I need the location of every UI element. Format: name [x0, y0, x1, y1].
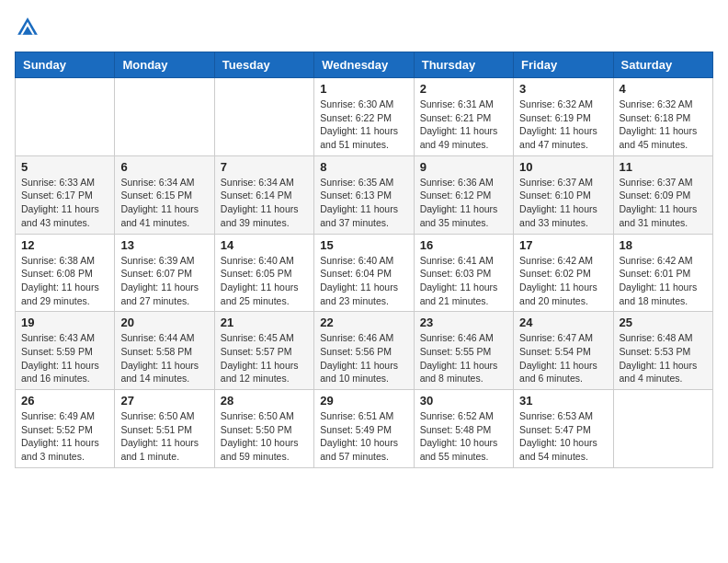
- calendar-cell: 20Sunrise: 6:44 AM Sunset: 5:58 PM Dayli…: [115, 312, 214, 390]
- day-info: Sunrise: 6:53 AM Sunset: 5:47 PM Dayligh…: [519, 409, 607, 464]
- day-info: Sunrise: 6:48 AM Sunset: 5:53 PM Dayligh…: [620, 331, 707, 385]
- day-number: 23: [420, 316, 507, 329]
- calendar-cell: 3Sunrise: 6:32 AM Sunset: 6:19 PM Daylig…: [514, 78, 613, 156]
- day-info: Sunrise: 6:42 AM Sunset: 6:02 PM Dayligh…: [519, 254, 607, 308]
- day-info: Sunrise: 6:36 AM Sunset: 6:12 PM Dayligh…: [420, 176, 507, 230]
- calendar-cell: 12Sunrise: 6:38 AM Sunset: 6:08 PM Dayli…: [16, 234, 115, 312]
- calendar-cell: 17Sunrise: 6:42 AM Sunset: 6:02 PM Dayli…: [514, 234, 613, 312]
- day-number: 4: [620, 82, 707, 96]
- calendar-cell: 2Sunrise: 6:31 AM Sunset: 6:21 PM Daylig…: [414, 78, 513, 156]
- day-info: Sunrise: 6:41 AM Sunset: 6:03 PM Dayligh…: [420, 254, 507, 308]
- calendar-cell: 28Sunrise: 6:50 AM Sunset: 5:50 PM Dayli…: [214, 390, 313, 468]
- day-info: Sunrise: 6:44 AM Sunset: 5:58 PM Dayligh…: [120, 331, 208, 385]
- calendar-cell: 1Sunrise: 6:30 AM Sunset: 6:22 PM Daylig…: [314, 78, 414, 156]
- day-info: Sunrise: 6:33 AM Sunset: 6:17 PM Dayligh…: [21, 176, 108, 230]
- day-number: 30: [420, 394, 507, 408]
- calendar-table: SundayMondayTuesdayWednesdayThursdayFrid…: [15, 52, 713, 468]
- calendar-cell: [613, 390, 712, 468]
- calendar-cell: 10Sunrise: 6:37 AM Sunset: 6:10 PM Dayli…: [514, 155, 613, 234]
- calendar-cell: 8Sunrise: 6:35 AM Sunset: 6:13 PM Daylig…: [314, 155, 414, 234]
- calendar-cell: 9Sunrise: 6:36 AM Sunset: 6:12 PM Daylig…: [414, 155, 513, 234]
- day-info: Sunrise: 6:39 AM Sunset: 6:07 PM Dayligh…: [120, 254, 208, 308]
- calendar-cell: 25Sunrise: 6:48 AM Sunset: 5:53 PM Dayli…: [613, 312, 712, 390]
- weekday-header: Sunday: [16, 52, 115, 78]
- calendar-cell: 13Sunrise: 6:39 AM Sunset: 6:07 PM Dayli…: [115, 234, 214, 312]
- day-info: Sunrise: 6:47 AM Sunset: 5:54 PM Dayligh…: [519, 331, 607, 385]
- day-info: Sunrise: 6:45 AM Sunset: 5:57 PM Dayligh…: [221, 331, 308, 385]
- day-number: 17: [519, 238, 607, 252]
- calendar-cell: 19Sunrise: 6:43 AM Sunset: 5:59 PM Dayli…: [16, 312, 115, 390]
- day-info: Sunrise: 6:40 AM Sunset: 6:04 PM Dayligh…: [320, 254, 407, 308]
- day-info: Sunrise: 6:49 AM Sunset: 5:52 PM Dayligh…: [21, 409, 108, 464]
- calendar-cell: [115, 78, 214, 156]
- calendar-cell: 16Sunrise: 6:41 AM Sunset: 6:03 PM Dayli…: [414, 234, 513, 312]
- day-info: Sunrise: 6:50 AM Sunset: 5:51 PM Dayligh…: [120, 409, 208, 464]
- weekday-header: Wednesday: [314, 52, 414, 78]
- day-number: 9: [420, 160, 507, 174]
- day-number: 28: [221, 394, 308, 408]
- day-number: 27: [120, 394, 208, 408]
- day-number: 26: [21, 394, 108, 408]
- weekday-header: Thursday: [414, 52, 513, 78]
- day-number: 1: [320, 82, 407, 96]
- calendar-header-row: SundayMondayTuesdayWednesdayThursdayFrid…: [16, 52, 713, 78]
- day-number: 6: [120, 160, 208, 174]
- calendar-cell: 18Sunrise: 6:42 AM Sunset: 6:01 PM Dayli…: [613, 234, 712, 312]
- calendar-week-row: 26Sunrise: 6:49 AM Sunset: 5:52 PM Dayli…: [16, 390, 713, 468]
- day-number: 29: [320, 394, 407, 408]
- day-number: 22: [320, 316, 407, 329]
- day-number: 31: [519, 394, 607, 408]
- calendar-cell: 22Sunrise: 6:46 AM Sunset: 5:56 PM Dayli…: [314, 312, 414, 390]
- calendar-cell: 29Sunrise: 6:51 AM Sunset: 5:49 PM Dayli…: [314, 390, 414, 468]
- day-number: 8: [320, 160, 407, 174]
- calendar-week-row: 12Sunrise: 6:38 AM Sunset: 6:08 PM Dayli…: [16, 234, 713, 312]
- calendar-cell: 31Sunrise: 6:53 AM Sunset: 5:47 PM Dayli…: [514, 390, 613, 468]
- logo-icon: [15, 15, 40, 40]
- calendar-cell: 24Sunrise: 6:47 AM Sunset: 5:54 PM Dayli…: [514, 312, 613, 390]
- weekday-header: Friday: [514, 52, 613, 78]
- day-number: 15: [320, 238, 407, 252]
- day-number: 19: [21, 316, 108, 329]
- day-info: Sunrise: 6:40 AM Sunset: 6:05 PM Dayligh…: [221, 254, 308, 308]
- day-number: 11: [620, 160, 707, 174]
- calendar-week-row: 5Sunrise: 6:33 AM Sunset: 6:17 PM Daylig…: [16, 155, 713, 234]
- calendar-cell: 15Sunrise: 6:40 AM Sunset: 6:04 PM Dayli…: [314, 234, 414, 312]
- calendar-cell: 6Sunrise: 6:34 AM Sunset: 6:15 PM Daylig…: [115, 155, 214, 234]
- calendar-cell: 11Sunrise: 6:37 AM Sunset: 6:09 PM Dayli…: [613, 155, 712, 234]
- calendar-week-row: 1Sunrise: 6:30 AM Sunset: 6:22 PM Daylig…: [16, 78, 713, 156]
- day-info: Sunrise: 6:37 AM Sunset: 6:10 PM Dayligh…: [519, 176, 607, 230]
- day-number: 16: [420, 238, 507, 252]
- day-info: Sunrise: 6:35 AM Sunset: 6:13 PM Dayligh…: [320, 176, 407, 230]
- day-info: Sunrise: 6:50 AM Sunset: 5:50 PM Dayligh…: [221, 409, 308, 464]
- weekday-header: Monday: [115, 52, 214, 78]
- calendar-cell: 5Sunrise: 6:33 AM Sunset: 6:17 PM Daylig…: [16, 155, 115, 234]
- calendar-cell: 14Sunrise: 6:40 AM Sunset: 6:05 PM Dayli…: [214, 234, 313, 312]
- day-info: Sunrise: 6:34 AM Sunset: 6:14 PM Dayligh…: [221, 176, 308, 230]
- day-info: Sunrise: 6:51 AM Sunset: 5:49 PM Dayligh…: [320, 409, 407, 464]
- calendar-cell: 23Sunrise: 6:46 AM Sunset: 5:55 PM Dayli…: [414, 312, 513, 390]
- day-number: 24: [519, 316, 607, 329]
- day-number: 13: [120, 238, 208, 252]
- calendar-cell: 27Sunrise: 6:50 AM Sunset: 5:51 PM Dayli…: [115, 390, 214, 468]
- day-number: 12: [21, 238, 108, 252]
- day-info: Sunrise: 6:32 AM Sunset: 6:19 PM Dayligh…: [519, 98, 607, 152]
- day-info: Sunrise: 6:30 AM Sunset: 6:22 PM Dayligh…: [320, 98, 407, 152]
- day-number: 5: [21, 160, 108, 174]
- day-info: Sunrise: 6:34 AM Sunset: 6:15 PM Dayligh…: [120, 176, 208, 230]
- day-number: 14: [221, 238, 308, 252]
- calendar-cell: 4Sunrise: 6:32 AM Sunset: 6:18 PM Daylig…: [613, 78, 712, 156]
- calendar-week-row: 19Sunrise: 6:43 AM Sunset: 5:59 PM Dayli…: [16, 312, 713, 390]
- calendar-cell: 21Sunrise: 6:45 AM Sunset: 5:57 PM Dayli…: [214, 312, 313, 390]
- day-info: Sunrise: 6:37 AM Sunset: 6:09 PM Dayligh…: [620, 176, 707, 230]
- weekday-header: Saturday: [613, 52, 712, 78]
- day-info: Sunrise: 6:46 AM Sunset: 5:56 PM Dayligh…: [320, 331, 407, 385]
- day-number: 18: [620, 238, 707, 252]
- calendar-cell: 7Sunrise: 6:34 AM Sunset: 6:14 PM Daylig…: [214, 155, 313, 234]
- day-number: 3: [519, 82, 607, 96]
- day-info: Sunrise: 6:32 AM Sunset: 6:18 PM Dayligh…: [620, 98, 707, 152]
- calendar-cell: 30Sunrise: 6:52 AM Sunset: 5:48 PM Dayli…: [414, 390, 513, 468]
- calendar-cell: [16, 78, 115, 156]
- day-info: Sunrise: 6:42 AM Sunset: 6:01 PM Dayligh…: [620, 254, 707, 308]
- day-number: 25: [620, 316, 707, 329]
- page-header: [15, 15, 713, 40]
